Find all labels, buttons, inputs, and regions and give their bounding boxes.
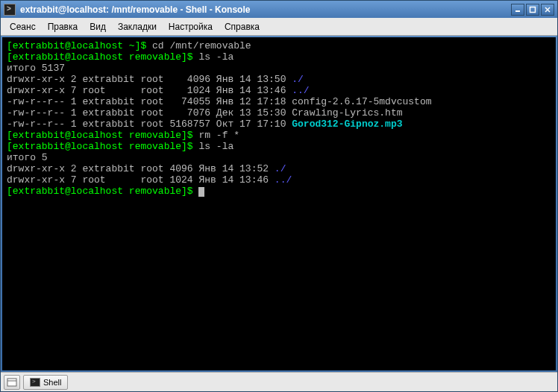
menu-settings[interactable]: Настройка: [163, 19, 219, 34]
dir-name: ../: [292, 85, 309, 96]
line: [extrabbit@localhost removable]$: [7, 186, 204, 197]
prompt: [extrabbit@localhost removable]$: [7, 186, 198, 197]
output-line: -rw-r--r-- 1 extrabbit root 74055 Янв 12…: [7, 96, 432, 107]
output-line: drwxr-xr-x 2 extrabbit root 4096 Янв 14 …: [7, 74, 304, 85]
titlebar[interactable]: extrabbit@localhost: /mnt/removable - Sh…: [1, 1, 557, 18]
close-button[interactable]: [541, 4, 554, 16]
output-line: -rw-r--r-- 1 extrabbit root 5168757 Окт …: [7, 118, 403, 130]
prompt: [extrabbit@localhost removable]$: [7, 51, 198, 63]
cursor: [198, 187, 204, 197]
svg-rect-4: [7, 379, 16, 386]
menu-view[interactable]: Вид: [84, 19, 112, 34]
command-text: cd /mnt/removable: [152, 40, 251, 51]
output-line: drwxr-xr-x 7 root root 1024 Янв 14 13:46…: [7, 85, 310, 96]
tab-label: Shell: [43, 378, 61, 387]
output-line: итого 5: [7, 152, 48, 163]
prompt: [extrabbit@localhost removable]$: [7, 130, 198, 141]
prompt: [extrabbit@localhost ~]$: [7, 40, 152, 51]
new-tab-icon: [7, 378, 17, 387]
line: [extrabbit@localhost removable]$ rm -f *: [7, 130, 239, 141]
minimize-button[interactable]: [511, 4, 524, 16]
output-line: drwxr-xr-x 7 root root 1024 Янв 14 13:46…: [7, 174, 292, 186]
output-line: итого 5137: [7, 63, 65, 74]
menu-session[interactable]: Сеанс: [4, 19, 42, 34]
line: [extrabbit@localhost ~]$ cd /mnt/removab…: [7, 40, 251, 51]
dir-name: ../: [275, 174, 292, 186]
dir-name: ./: [292, 74, 304, 85]
output-line: -rw-r--r-- 1 extrabbit root 7076 Дек 13 …: [7, 107, 403, 118]
dir-name: ./: [275, 163, 286, 174]
menu-help[interactable]: Справка: [219, 19, 266, 34]
prompt: [extrabbit@localhost removable]$: [7, 141, 198, 152]
konsole-window: extrabbit@localhost: /mnt/removable - Sh…: [0, 0, 558, 392]
svg-rect-1: [530, 7, 536, 12]
line: [extrabbit@localhost removable]$ ls -la: [7, 141, 233, 152]
command-text: rm -f *: [198, 130, 239, 141]
window-title: extrabbit@localhost: /mnt/removable - Sh…: [20, 4, 511, 15]
output-line: drwxr-xr-x 2 extrabbit root 4096 Янв 14 …: [7, 163, 286, 174]
file-name: Gorod312-Gipnoz.mp3: [292, 118, 402, 130]
command-text: ls -la: [198, 51, 233, 63]
statusbar: Shell: [1, 372, 557, 391]
terminal-icon: [30, 378, 40, 387]
tab-shell[interactable]: Shell: [23, 375, 68, 390]
menubar: Сеанс Правка Вид Закладки Настройка Спра…: [1, 18, 557, 36]
new-session-button[interactable]: [4, 375, 20, 390]
line: [extrabbit@localhost removable]$ ls -la: [7, 51, 233, 63]
terminal-area[interactable]: [extrabbit@localhost ~]$ cd /mnt/removab…: [2, 37, 556, 370]
window-controls: [511, 4, 554, 16]
app-icon: [4, 4, 16, 16]
maximize-button[interactable]: [526, 4, 539, 16]
menu-edit[interactable]: Правка: [42, 19, 84, 34]
command-text: ls -la: [198, 141, 233, 152]
menu-bookmarks[interactable]: Закладки: [112, 19, 163, 34]
